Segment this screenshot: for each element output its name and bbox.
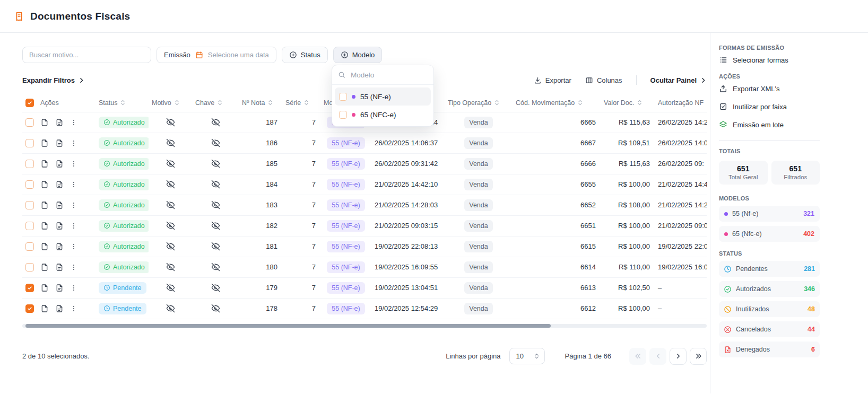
row-menu-icon[interactable] xyxy=(70,180,77,189)
document-file-icon[interactable] xyxy=(40,242,49,251)
document-xml-icon[interactable] xyxy=(55,304,64,313)
eye-off-icon[interactable] xyxy=(166,138,175,147)
emission-date-filter[interactable]: Emissão Selecione uma data xyxy=(157,47,276,63)
document-file-icon[interactable] xyxy=(40,304,49,313)
document-file-icon[interactable] xyxy=(40,284,49,292)
document-xml-icon[interactable] xyxy=(55,222,64,230)
row-checkbox[interactable] xyxy=(25,160,34,168)
row-checkbox[interactable] xyxy=(25,304,34,313)
eye-off-icon[interactable] xyxy=(211,221,220,230)
modelo-option[interactable]: 55 (NF-e) xyxy=(335,87,431,106)
row-menu-icon[interactable] xyxy=(70,284,77,292)
row-checkbox[interactable] xyxy=(25,242,34,251)
document-file-icon[interactable] xyxy=(40,222,49,230)
sort-icon[interactable] xyxy=(493,99,500,106)
document-xml-icon[interactable] xyxy=(55,180,64,189)
option-checkbox[interactable] xyxy=(339,111,347,119)
eye-off-icon[interactable] xyxy=(166,180,175,189)
table-row: Autorizado183755 (NF-e)21/02/2025 14:28:… xyxy=(22,195,707,215)
document-xml-icon[interactable] xyxy=(55,118,64,127)
sort-icon[interactable] xyxy=(303,99,310,106)
sort-icon[interactable] xyxy=(173,99,180,106)
eye-off-icon[interactable] xyxy=(211,242,220,251)
eye-off-icon[interactable] xyxy=(211,118,220,127)
horizontal-scrollbar[interactable] xyxy=(22,324,707,328)
row-checkbox[interactable] xyxy=(25,201,34,209)
expand-filters-link[interactable]: Expandir Filtros xyxy=(22,76,85,84)
sort-icon[interactable] xyxy=(706,99,707,106)
document-xml-icon[interactable] xyxy=(55,160,64,168)
status-stat-row: Pendentes281 xyxy=(719,261,820,277)
row-menu-icon[interactable] xyxy=(70,139,77,147)
sort-icon[interactable] xyxy=(636,99,643,106)
eye-off-icon[interactable] xyxy=(211,200,220,209)
sort-icon[interactable] xyxy=(577,99,584,106)
sort-icon[interactable] xyxy=(119,99,126,106)
row-checkbox[interactable] xyxy=(25,284,34,292)
search-input[interactable] xyxy=(22,47,151,63)
row-menu-icon[interactable] xyxy=(70,263,77,272)
eye-off-icon[interactable] xyxy=(211,138,220,147)
sort-icon[interactable] xyxy=(267,99,274,106)
eye-off-icon[interactable] xyxy=(166,221,175,230)
scrollbar-thumb[interactable] xyxy=(25,324,551,328)
option-checkbox[interactable] xyxy=(339,93,347,101)
row-checkbox[interactable] xyxy=(25,139,34,147)
row-menu-icon[interactable] xyxy=(70,304,77,313)
row-menu-icon[interactable] xyxy=(70,222,77,230)
row-menu-icon[interactable] xyxy=(70,118,77,127)
columns-button[interactable]: Colunas xyxy=(585,76,622,84)
panel-action-item[interactable]: Inutilizar por faixa xyxy=(719,98,820,116)
select-all-checkbox[interactable] xyxy=(25,99,34,107)
modelo-badge: 55 (NF-e) xyxy=(327,220,364,232)
row-checkbox[interactable] xyxy=(25,118,34,127)
document-file-icon[interactable] xyxy=(40,201,49,209)
sort-icon[interactable] xyxy=(216,99,223,106)
eye-off-icon[interactable] xyxy=(166,262,175,272)
eye-off-icon[interactable] xyxy=(211,304,220,313)
status-filter-button[interactable]: Status xyxy=(282,47,328,63)
document-xml-icon[interactable] xyxy=(55,242,64,251)
document-xml-icon[interactable] xyxy=(55,139,64,147)
next-page-button[interactable] xyxy=(670,348,687,365)
document-xml-icon[interactable] xyxy=(55,284,64,292)
panel-action-item[interactable]: Exportar XML's xyxy=(719,80,820,98)
document-xml-icon[interactable] xyxy=(55,263,64,272)
status-badge: Autorizado xyxy=(99,199,149,211)
row-checkbox[interactable] xyxy=(25,180,34,189)
hide-panel-button[interactable]: Ocultar Painel xyxy=(650,76,707,84)
row-checkbox[interactable] xyxy=(25,222,34,230)
document-file-icon[interactable] xyxy=(40,160,49,168)
panel-action-item[interactable]: Emissão em lote xyxy=(719,116,820,134)
eye-off-icon[interactable] xyxy=(166,283,175,292)
export-button[interactable]: Exportar xyxy=(534,76,571,84)
document-file-icon[interactable] xyxy=(40,180,49,189)
row-menu-icon[interactable] xyxy=(70,160,77,168)
modelo-search-input[interactable] xyxy=(350,71,419,80)
row-checkbox[interactable] xyxy=(25,263,34,272)
check-circle-icon xyxy=(103,264,110,270)
eye-off-icon[interactable] xyxy=(166,200,175,209)
eye-off-icon[interactable] xyxy=(166,159,175,168)
date-placeholder: Selecione uma data xyxy=(208,51,269,59)
row-menu-icon[interactable] xyxy=(70,201,77,209)
eye-off-icon[interactable] xyxy=(211,283,220,292)
modelo-badge: 55 (NF-e) xyxy=(327,199,364,211)
modelo-filter-button[interactable]: Modelo xyxy=(333,47,383,63)
rows-per-page-select[interactable]: 10 xyxy=(509,348,545,364)
last-page-button[interactable] xyxy=(690,348,707,365)
eye-off-icon[interactable] xyxy=(211,180,220,189)
document-file-icon[interactable] xyxy=(40,139,49,147)
eye-off-icon[interactable] xyxy=(211,159,220,168)
eye-off-icon[interactable] xyxy=(211,262,220,272)
document-file-icon[interactable] xyxy=(40,263,49,272)
eye-off-icon[interactable] xyxy=(166,118,175,127)
document-xml-icon[interactable] xyxy=(55,201,64,209)
eye-off-icon[interactable] xyxy=(166,242,175,251)
eye-off-icon[interactable] xyxy=(166,304,175,313)
autorizacao-nf-cell: 21/02/2025 09:0 xyxy=(655,215,707,236)
panel-action-item[interactable]: Selecionar formas xyxy=(719,51,820,69)
row-menu-icon[interactable] xyxy=(70,242,77,251)
modelo-option[interactable]: 65 (NFC-e) xyxy=(335,106,431,124)
document-file-icon[interactable] xyxy=(40,118,49,127)
